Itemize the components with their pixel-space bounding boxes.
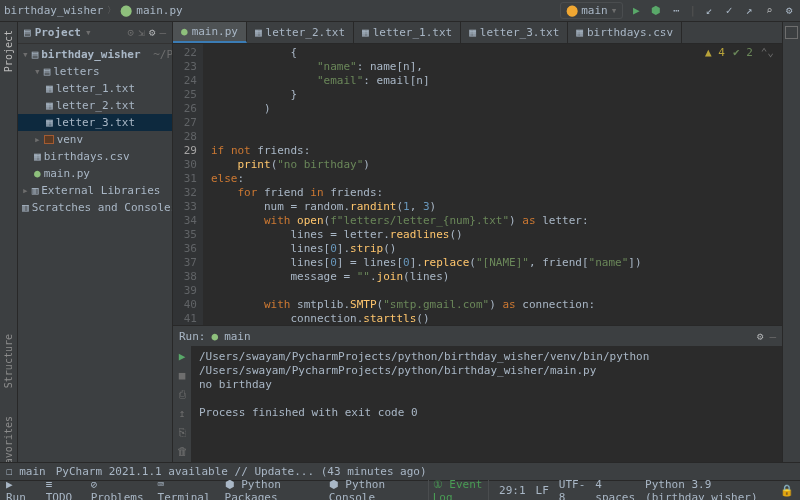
run-output[interactable]: /Users/swayam/PycharmProjects/python/bir… <box>191 346 782 480</box>
python-icon: ● <box>181 25 188 38</box>
debug-button[interactable]: ⬢ <box>649 4 663 18</box>
indent[interactable]: 4 spaces <box>595 478 635 501</box>
lock-icon[interactable]: 🔒 <box>780 484 794 497</box>
bot-pypkg[interactable]: ⬢ Python Packages <box>225 478 315 501</box>
text-file-icon: ▦ <box>255 26 262 39</box>
editor-tab[interactable]: ●main.py <box>173 22 247 43</box>
bot-problems[interactable]: ⊘ Problems <box>91 478 144 501</box>
branch-icon: ⬤ <box>566 4 578 17</box>
tree-file[interactable]: ▦letter_2.txt <box>18 97 172 114</box>
gear-icon[interactable]: ⚙ <box>149 26 156 39</box>
update-notice[interactable]: PyCharm 2021.1.1 available // Update... … <box>56 465 427 478</box>
crumb-file[interactable]: main.py <box>136 4 182 17</box>
python-icon: ⬤ <box>120 4 132 17</box>
run-settings[interactable]: ⚙ <box>757 330 764 343</box>
tool-project-tab[interactable]: Project <box>3 26 14 76</box>
grid-icon[interactable] <box>785 26 798 39</box>
python-icon: ● <box>212 330 219 343</box>
settings-cog[interactable]: ⚙ <box>782 4 796 18</box>
more-actions[interactable]: ⋯ <box>669 4 683 18</box>
tree-ext-libs[interactable]: ▸▥External Libraries <box>18 182 172 199</box>
tree-folder-letters[interactable]: ▾▤letters <box>18 63 172 80</box>
hide-panel[interactable]: — <box>159 26 166 39</box>
status-git[interactable]: ☐ main <box>6 465 46 478</box>
bot-todo[interactable]: ≡ TODO <box>46 478 77 501</box>
tree-root[interactable]: ▾▤birthday_wisher ~/PycharmProjects/py <box>18 46 172 63</box>
encoding[interactable]: UTF-8 <box>559 478 586 501</box>
tree-file[interactable]: ▦birthdays.csv <box>18 148 172 165</box>
line-sep[interactable]: LF <box>536 484 549 497</box>
run-panel-label: Run: <box>179 330 206 343</box>
git-update[interactable]: ↙ <box>702 4 716 18</box>
select-opened-file[interactable]: ⊙ <box>128 26 135 39</box>
inspection-widget[interactable]: ▲ 4 ✔ 2 ⌃⌄ <box>705 46 774 59</box>
folder-icon: ▤ <box>24 26 31 39</box>
git-branch-selector[interactable]: ⬤ main ▾ <box>560 2 623 19</box>
project-panel-title: Project <box>35 26 81 39</box>
trash-button[interactable]: 🗑 <box>177 445 188 458</box>
bot-run[interactable]: ▶ Run <box>6 478 32 501</box>
text-file-icon: ▦ <box>469 26 476 39</box>
rerun-button[interactable]: ▶ <box>179 350 186 363</box>
tree-file[interactable]: ●main.py <box>18 165 172 182</box>
code-editor[interactable]: { "name": name[n], "email": email[n] } )… <box>203 44 782 325</box>
editor-tab[interactable]: ▦birthdays.csv <box>568 22 682 43</box>
tree-file[interactable]: ▦letter_3.txt <box>18 114 172 131</box>
expand-all[interactable]: ⇲ <box>138 26 145 39</box>
editor-tab[interactable]: ▦letter_3.txt <box>461 22 568 43</box>
tree-scratches[interactable]: ▥Scratches and Consoles <box>18 199 172 216</box>
git-commit[interactable]: ✓ <box>722 4 736 18</box>
breadcrumb: birthday_wisher 〉 ⬤ main.py <box>4 4 183 17</box>
bot-terminal[interactable]: ⌨ Terminal <box>158 478 211 501</box>
line-gutter[interactable]: 2223242526272829303132333435363738394041… <box>173 44 203 325</box>
editor-tab[interactable]: ▦letter_2.txt <box>247 22 354 43</box>
text-file-icon: ▦ <box>576 26 583 39</box>
tool-structure-tab[interactable]: Structure <box>3 330 14 392</box>
tree-folder-venv[interactable]: ▸venv <box>18 131 172 148</box>
bot-pycon[interactable]: ⬢ Python Console <box>329 478 414 501</box>
run-config-name: main <box>224 330 251 343</box>
tree-file[interactable]: ▦letter_1.txt <box>18 80 172 97</box>
run-button[interactable]: ▶ <box>629 4 643 18</box>
git-push[interactable]: ↗ <box>742 4 756 18</box>
text-file-icon: ▦ <box>362 26 369 39</box>
stop-button[interactable]: ■ <box>179 369 186 382</box>
up-button[interactable]: ↥ <box>179 407 186 420</box>
search-everywhere[interactable]: ⌕ <box>762 4 776 18</box>
caret-pos[interactable]: 29:1 <box>499 484 526 497</box>
print-button[interactable]: ⎘ <box>179 426 186 439</box>
crumb-project[interactable]: birthday_wisher <box>4 4 103 17</box>
editor-tab[interactable]: ▦letter_1.txt <box>354 22 461 43</box>
layout-button[interactable]: ⎙ <box>179 388 186 401</box>
interpreter[interactable]: Python 3.9 (birthday_wisher) <box>645 478 770 501</box>
hide-run[interactable]: — <box>769 330 776 343</box>
